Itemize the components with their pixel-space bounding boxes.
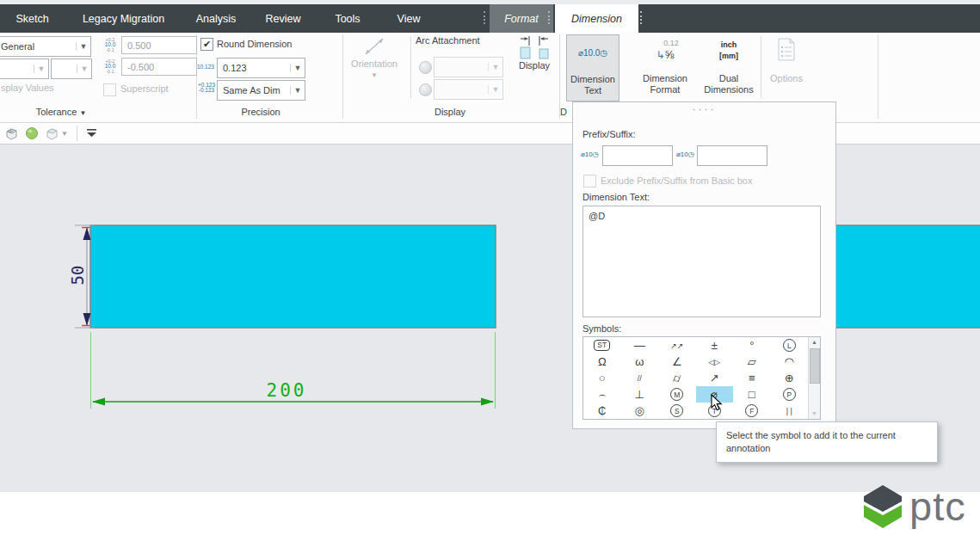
orientation-button[interactable]: Orientation ▼ — [344, 34, 404, 96]
tab-sketch[interactable]: Sketch — [0, 4, 65, 33]
chevron-down-icon[interactable]: ▼ — [290, 64, 305, 72]
chevron-down-icon[interactable]: ▼ — [34, 65, 48, 73]
symbol-triple-lines[interactable]: ≡ — [733, 370, 771, 386]
shaded-box-icon — [45, 126, 59, 141]
dimension-text-button[interactable]: ⌀10.0◷ Dimension Text — [566, 34, 619, 101]
tab-tools[interactable]: Tools — [317, 4, 379, 33]
tolerance-class-combo[interactable]: ▼ — [51, 58, 92, 79]
arc-attachment-radio-1[interactable] — [419, 61, 432, 74]
height-dimension-value[interactable]: 50 — [68, 266, 87, 286]
scroll-down-icon[interactable]: ▼ — [809, 409, 820, 419]
symbol-glyph: ○ — [599, 372, 606, 384]
group-separator — [878, 34, 878, 119]
symbol-angularity[interactable]: ∠ — [658, 354, 696, 370]
symbol-double-arrow[interactable]: ◁▷ — [696, 354, 734, 370]
symbol-position[interactable]: ⊕ — [771, 370, 809, 386]
tolerance-precision-value: Same As Dim — [218, 85, 290, 95]
datum-display-icon[interactable] — [4, 126, 19, 141]
ptc-logo: ptc — [861, 483, 966, 530]
tab-format[interactable]: Format — [490, 4, 553, 33]
symbol-circularity[interactable]: ○ — [583, 370, 621, 386]
display-style-dropdown[interactable]: ▼ — [45, 126, 68, 141]
superscript-checkbox[interactable] — [103, 83, 116, 96]
tolerance-mode-combo[interactable]: General ▼ — [0, 36, 91, 57]
tab-view[interactable]: View — [379, 4, 439, 33]
symbol-concentricity[interactable]: ◎ — [621, 403, 659, 419]
witness-line-display-icon — [519, 34, 550, 60]
symbol-statistical-tolerance[interactable]: ST — [583, 337, 621, 354]
symbol-glyph: | | — [786, 407, 792, 415]
display-button[interactable]: Display — [512, 34, 557, 96]
symbols-grid: ST—↗↗±°LΩω∠◁▷▱◠○//⌭↗≡⊕⌢⊥M⌀□P₵◎STF| | — [583, 337, 808, 419]
dimension-text-field-label: Dimension Text: — [582, 192, 650, 202]
symbol-arc[interactable]: ⌢ — [583, 386, 621, 403]
symbol-projected-tolerance-zone[interactable]: P — [771, 386, 809, 403]
symbol-degree[interactable]: ° — [733, 337, 771, 354]
arrowhead-up — [83, 227, 91, 240]
tab-gripper — [484, 11, 485, 24]
sketch-rectangle-right[interactable] — [835, 225, 980, 328]
arc-attachment-combo-1[interactable]: ▼ — [434, 57, 503, 77]
options-button[interactable]: Options — [764, 34, 809, 100]
chevron-down-icon[interactable]: ▼ — [290, 86, 305, 95]
dimension-format-icon: ↳⅝ — [656, 49, 675, 61]
symbol-slope[interactable]: ↗ — [696, 370, 734, 386]
symbols-scrollbar[interactable]: ▲ ▼ — [808, 337, 820, 419]
exclude-prefix-suffix-checkbox[interactable] — [583, 175, 596, 188]
chevron-down-icon[interactable]: ▼ — [77, 65, 91, 73]
symbol-glyph: // — [638, 374, 642, 383]
symbol-profile-of-line[interactable]: ◠ — [771, 354, 809, 370]
tab-legacy-migration[interactable]: Legacy Migration — [65, 4, 182, 33]
filter-icon[interactable] — [86, 128, 97, 138]
symbol-glyph: ₵ — [598, 404, 606, 417]
symbol-flatness[interactable]: ▱ — [733, 354, 771, 370]
symbol-regardless-of-feature-size[interactable]: S — [658, 403, 696, 419]
symbol-square[interactable]: □ — [733, 386, 771, 403]
upper-tolerance-icon: +0.2 10.0 -0.1 — [100, 37, 120, 52]
chevron-down-icon[interactable]: ▼ — [76, 42, 90, 51]
sketch-rectangle[interactable] — [90, 225, 496, 328]
symbol-centerline[interactable]: ₵ — [583, 403, 621, 419]
ptc-logo-text: ptc — [909, 483, 966, 530]
chevron-down-icon: ▼ — [371, 70, 378, 81]
symbol-long-dash[interactable]: — — [621, 337, 659, 354]
symbol-parallel-bars[interactable]: | | — [771, 403, 809, 419]
symbol-free-state[interactable]: F — [733, 403, 771, 419]
symbol-cylindricity[interactable]: ⌭ — [658, 370, 696, 386]
dimension-text-textarea[interactable]: @D — [582, 206, 821, 317]
round-dimension-checkbox[interactable]: ✔ — [200, 38, 213, 51]
dual-dimensions-button[interactable]: inch [mm] Dual Dimensions — [699, 34, 759, 100]
suffix-input[interactable] — [697, 145, 767, 166]
tolerance-group-label[interactable]: Tolerance ▼ — [18, 107, 104, 117]
prefix-input[interactable] — [602, 145, 673, 166]
scrollbar-thumb[interactable] — [810, 348, 820, 384]
width-dimension-value[interactable]: 200 — [267, 380, 307, 401]
tab-analysis[interactable]: Analysis — [182, 4, 250, 33]
symbol-glyph: F — [745, 404, 758, 417]
arc-attachment-combo-2[interactable]: ▼ — [434, 79, 503, 100]
symbol-parallelism[interactable]: // — [621, 370, 659, 386]
dimension-text-label: Dimension Text — [567, 74, 619, 96]
symbol-omega[interactable]: ω — [621, 354, 659, 370]
symbol-plus-minus[interactable]: ± — [696, 337, 734, 354]
symbol-perpendicularity[interactable]: ⊥ — [621, 386, 659, 403]
tab-dimension[interactable]: Dimension — [555, 4, 638, 33]
tab-review[interactable]: Review — [250, 4, 317, 33]
tolerance-table-combo[interactable]: ▼ — [0, 58, 49, 79]
dimension-format-button[interactable]: 0.12 ↳⅝ Dimension Format — [625, 34, 706, 100]
symbol-ohm[interactable]: Ω — [583, 354, 621, 370]
lower-tolerance-field[interactable]: -0.500 — [121, 58, 197, 76]
symbol-total-runout[interactable]: ↗↗ — [658, 337, 696, 354]
upper-tolerance-field[interactable]: 0.500 — [121, 36, 197, 54]
symbol-glyph: S — [670, 404, 683, 417]
sphere-display-icon[interactable] — [25, 126, 39, 140]
mini-separator — [410, 36, 411, 98]
group-separator — [342, 34, 343, 119]
arc-attachment-radio-2[interactable] — [419, 83, 432, 96]
scroll-up-icon[interactable]: ▲ — [809, 337, 820, 347]
tolerance-precision-combo[interactable]: Same As Dim ▼ — [217, 80, 305, 101]
panel-grip-handle[interactable]: ···· — [573, 103, 835, 115]
precision-combo[interactable]: 0.123 ▼ — [217, 58, 305, 78]
symbol-least-material-condition[interactable]: L — [771, 337, 809, 354]
symbol-maximum-material-condition[interactable]: M — [658, 386, 696, 403]
